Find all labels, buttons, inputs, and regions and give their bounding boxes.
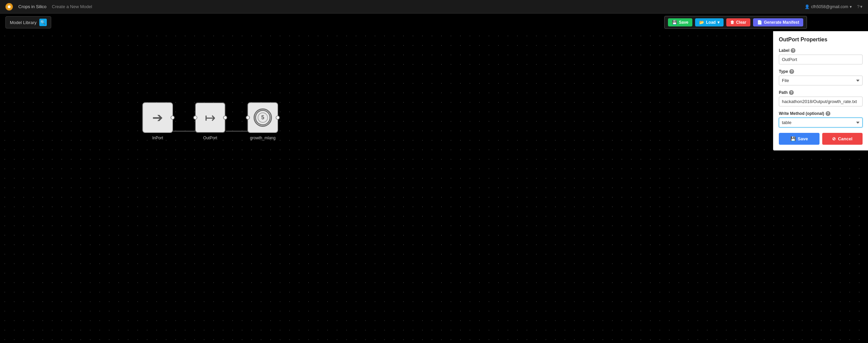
type-field-label: Type ?: [779, 69, 863, 74]
label-input[interactable]: [779, 55, 863, 64]
load-button[interactable]: 📂 Load ▾: [695, 18, 724, 26]
toolbar-actions: 💾 Save 📂 Load ▾ 🗑 Clear 📄 Generate Manif…: [664, 16, 807, 29]
growth-mlang-node-box[interactable]: 5: [248, 102, 278, 133]
outport-label: OutPort: [203, 136, 217, 140]
clear-button[interactable]: 🗑 Clear: [726, 18, 750, 26]
growth-mlang-label: growth_mlang: [250, 136, 275, 140]
panel-cancel-button[interactable]: ⊘ Cancel: [822, 133, 863, 145]
type-field-group: Type ? File Folder Stream: [779, 69, 863, 85]
top-nav: Crops in Silico Create a New Model 👤 cfh…: [0, 0, 868, 14]
type-help-icon[interactable]: ?: [789, 69, 794, 74]
outport-node[interactable]: ↦ OutPort: [195, 102, 225, 140]
generate-manifest-button[interactable]: 📄 Generate Manifest: [753, 18, 803, 26]
path-help-icon[interactable]: ?: [789, 90, 794, 95]
connector-svg: [0, 31, 868, 343]
second-toolbar: Model Library 🔍 💾 Save 📂 Load ▾ 🗑 Clear …: [0, 14, 868, 31]
path-input[interactable]: [779, 97, 863, 106]
user-dropdown-icon: ▾: [850, 4, 852, 9]
inport-node-box[interactable]: ➔: [142, 102, 173, 133]
inport-right-port[interactable]: [171, 116, 175, 120]
outport-icon: ↦: [205, 110, 216, 125]
user-menu[interactable]: 👤 cfh5058@gmail.com ▾: [805, 4, 852, 9]
model-canvas[interactable]: ➔ InPort ↦ OutPort 5 growth_mlang: [0, 31, 868, 343]
app-name: Crops in Silico: [18, 4, 46, 9]
inport-node[interactable]: ➔ InPort: [142, 102, 173, 140]
write-method-field-group: Write Method (optional) ? table csv json…: [779, 111, 863, 127]
user-email: cfh5058@gmail.com: [811, 4, 848, 9]
growth-mlang-node[interactable]: 5 growth_mlang: [248, 102, 278, 140]
breadcrumb: Create a New Model: [52, 4, 92, 9]
growth-mlang-icon: 5: [254, 108, 272, 127]
model-library-label: Model Library: [10, 20, 37, 25]
write-method-field-label: Write Method (optional) ?: [779, 111, 863, 116]
outport-right-port[interactable]: [223, 116, 227, 120]
panel-save-icon: 💾: [790, 136, 796, 141]
svg-text:5: 5: [261, 115, 264, 120]
panel-title: OutPort Properties: [779, 37, 863, 43]
label-field-group: Label ?: [779, 48, 863, 64]
write-method-select[interactable]: table csv json append: [779, 118, 863, 127]
help-icon: ?: [857, 4, 860, 9]
user-icon: 👤: [805, 4, 810, 9]
model-library-button[interactable]: Model Library 🔍: [5, 16, 51, 28]
properties-panel: OutPort Properties Label ? Type ? File F…: [773, 31, 868, 150]
label-field-label: Label ?: [779, 48, 863, 53]
type-select[interactable]: File Folder Stream: [779, 76, 863, 85]
outport-node-box[interactable]: ↦: [195, 102, 225, 133]
label-help-icon[interactable]: ?: [791, 48, 795, 53]
panel-save-button[interactable]: 💾 Save: [779, 133, 820, 145]
path-field-group: Path ?: [779, 90, 863, 106]
panel-actions: 💾 Save ⊘ Cancel: [779, 133, 863, 145]
growth-icon-svg: 5: [255, 108, 271, 127]
write-method-help-icon[interactable]: ?: [826, 111, 830, 116]
panel-cancel-icon: ⊘: [832, 136, 836, 141]
growth-mlang-left-port[interactable]: [246, 116, 250, 120]
outport-left-port[interactable]: [193, 116, 197, 120]
growth-mlang-right-port[interactable]: [276, 116, 280, 120]
inport-icon: ➔: [152, 110, 163, 125]
model-library-search-icon[interactable]: 🔍: [39, 19, 47, 26]
clear-icon: 🗑: [730, 20, 734, 25]
help-dropdown-icon: ▾: [860, 4, 863, 9]
app-logo: [5, 3, 13, 11]
save-icon: 💾: [672, 20, 677, 25]
save-button[interactable]: 💾 Save: [668, 18, 692, 26]
manifest-icon: 📄: [757, 20, 762, 25]
load-icon: 📂: [699, 20, 704, 25]
logo-inner: [8, 5, 11, 8]
path-field-label: Path ?: [779, 90, 863, 95]
inport-label: InPort: [152, 136, 163, 140]
help-button[interactable]: ? ▾: [857, 4, 863, 9]
